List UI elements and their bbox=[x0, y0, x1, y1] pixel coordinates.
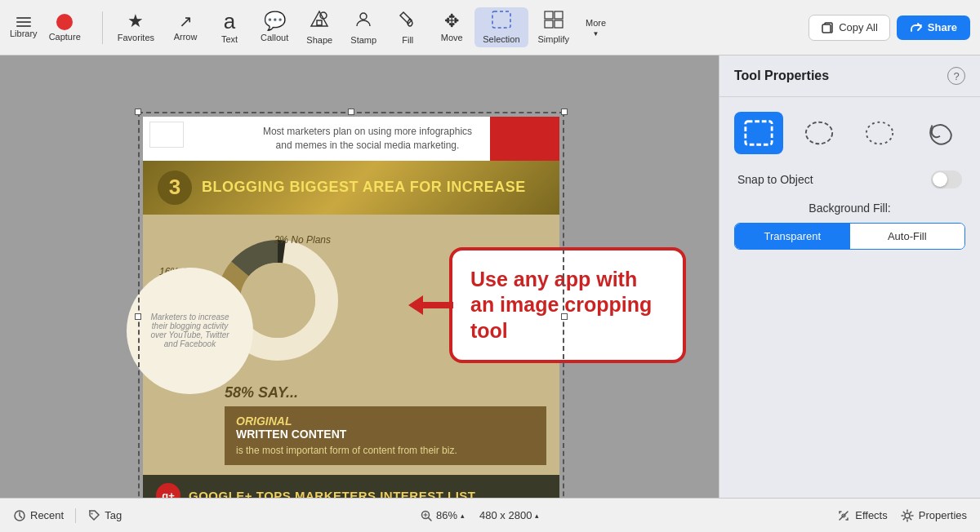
capture-button[interactable]: Capture bbox=[49, 14, 81, 42]
hamburger-menu-button[interactable]: Library bbox=[10, 17, 38, 38]
dashed-oval-selection-icon bbox=[864, 117, 895, 149]
copy-all-button[interactable]: Copy All bbox=[808, 15, 890, 41]
infographic-header: 3 BLOGGING BIGGEST AREA FOR INCREASE bbox=[143, 161, 559, 215]
background-fill-section: Background Fill: Transparent Auto-Fill bbox=[734, 202, 965, 250]
hamburger-icon bbox=[16, 17, 31, 27]
bottom-bar-text: GOOGLE+ TOPS MARKETERS INTEREST LIST bbox=[189, 489, 476, 498]
white-rect bbox=[149, 122, 184, 148]
original-desc: is the most important form of content fr… bbox=[236, 444, 535, 458]
svg-point-18 bbox=[91, 512, 93, 514]
tool-favorites-label: Favorites bbox=[118, 33, 154, 42]
stamp-icon bbox=[354, 10, 373, 33]
marketer-text: Marketers to increase their blogging act… bbox=[143, 313, 237, 348]
share-button[interactable]: Share bbox=[897, 16, 970, 40]
background-fill-options: Transparent Auto-Fill bbox=[734, 223, 965, 250]
svg-rect-3 bbox=[545, 11, 553, 19]
callout-box: Use any app with an image cropping tool bbox=[449, 247, 686, 363]
tool-stamp[interactable]: Stamp bbox=[342, 7, 385, 48]
red-rect bbox=[490, 117, 559, 161]
bottom-bar: g+ GOOGLE+ TOPS MARKETERS INTEREST LIST bbox=[143, 475, 559, 498]
effects-button[interactable]: Effects bbox=[837, 509, 888, 522]
fill-icon bbox=[398, 10, 417, 33]
dimensions-arrow-icon: ▴ bbox=[535, 512, 539, 520]
tool-text[interactable]: a Text bbox=[208, 7, 251, 47]
auto-fill-option[interactable]: Auto-Fill bbox=[850, 224, 965, 249]
more-label: More bbox=[586, 18, 606, 28]
move-icon: ✥ bbox=[444, 12, 459, 30]
more-button[interactable]: More ▼ bbox=[579, 15, 612, 41]
toolbar-right-actions: Copy All Share bbox=[808, 15, 970, 41]
svg-rect-6 bbox=[555, 20, 563, 28]
tool-stamp-label: Stamp bbox=[350, 35, 376, 45]
tool-callout[interactable]: 💬 Callout bbox=[252, 9, 296, 46]
favorites-icon: ★ bbox=[127, 12, 144, 30]
background-fill-label: Background Fill: bbox=[734, 202, 965, 215]
selection-handle-ml bbox=[135, 313, 141, 320]
toolbar-divider bbox=[102, 11, 103, 44]
svg-rect-4 bbox=[555, 11, 563, 19]
selection-handle-mr bbox=[561, 313, 568, 320]
status-bar: Recent Tag 86% ▴ 480 x 2800 ▴ bbox=[0, 498, 980, 532]
selection-handle-tl bbox=[135, 109, 141, 115]
gplus-icon: g+ bbox=[156, 483, 180, 498]
transparent-option[interactable]: Transparent bbox=[735, 224, 850, 249]
zoom-control[interactable]: 86% ▴ bbox=[420, 509, 465, 522]
share-label: Share bbox=[928, 21, 957, 33]
tool-favorites[interactable]: ★ Favorites bbox=[109, 9, 163, 46]
oval-selection-icon bbox=[804, 117, 835, 149]
snap-to-object-row: Snap to Object bbox=[734, 171, 965, 188]
oval-selection-tool[interactable] bbox=[795, 112, 844, 154]
dimensions-control[interactable]: 480 x 2800 ▴ bbox=[479, 509, 539, 521]
zoom-value: 86% bbox=[436, 509, 457, 521]
say-title: 58% SAY... bbox=[225, 384, 546, 401]
dimensions-value: 480 x 2800 bbox=[479, 509, 532, 521]
canvas-area[interactable]: Most marketers plan on using more infogr… bbox=[0, 55, 719, 498]
tool-shape[interactable]: Shape bbox=[298, 7, 341, 48]
arrow-icon: ↗ bbox=[179, 13, 193, 29]
selection-handle-tr bbox=[561, 109, 568, 115]
tag-button[interactable]: Tag bbox=[87, 509, 122, 522]
tool-arrow[interactable]: ↗ Arrow bbox=[164, 10, 207, 45]
recent-icon bbox=[13, 509, 26, 522]
original-title: ORIGINAL bbox=[236, 415, 535, 428]
infographic-top-strip: Most marketers plan on using more infogr… bbox=[143, 117, 559, 161]
status-divider1 bbox=[75, 508, 76, 523]
tool-simplify[interactable]: Simplify bbox=[530, 7, 578, 47]
header-title: BLOGGING BIGGEST AREA FOR INCREASE bbox=[202, 179, 526, 196]
tool-arrow-label: Arrow bbox=[174, 32, 198, 42]
zoom-arrow-icon: ▴ bbox=[461, 512, 465, 520]
panel-title: Tool Properties bbox=[734, 69, 829, 83]
help-label: ? bbox=[953, 70, 959, 82]
status-right: Effects Properties bbox=[837, 509, 967, 522]
original-box: ORIGINAL WRITTEN CONTENT is the most imp… bbox=[225, 406, 546, 466]
capture-icon bbox=[56, 14, 73, 30]
callout-arrow bbox=[408, 295, 453, 315]
tool-move[interactable]: ✥ Move bbox=[430, 9, 473, 46]
svg-rect-5 bbox=[545, 20, 553, 28]
properties-button[interactable]: Properties bbox=[901, 509, 967, 522]
toolbar-tools: ★ Favorites ↗ Arrow a Text 💬 Callout Sha… bbox=[109, 7, 802, 48]
arrow-icon bbox=[408, 295, 453, 315]
copy-all-label: Copy All bbox=[839, 21, 878, 33]
rect-selection-icon bbox=[743, 117, 774, 149]
rect-selection-tool[interactable] bbox=[734, 112, 783, 154]
more-chevron-icon: ▼ bbox=[593, 30, 599, 38]
svg-point-21 bbox=[905, 513, 910, 518]
callout-icon: 💬 bbox=[264, 12, 286, 30]
properties-icon bbox=[901, 509, 914, 522]
lasso-selection-icon bbox=[924, 117, 956, 149]
tool-selection[interactable]: Selection bbox=[474, 7, 528, 47]
main-area: Most marketers plan on using more infogr… bbox=[0, 55, 980, 498]
svg-rect-7 bbox=[822, 24, 831, 33]
snap-toggle[interactable] bbox=[931, 171, 962, 188]
tool-fill[interactable]: Fill bbox=[386, 7, 429, 48]
help-button[interactable]: ? bbox=[947, 67, 965, 85]
lasso-selection-tool[interactable] bbox=[915, 112, 964, 154]
recent-button[interactable]: Recent bbox=[13, 509, 64, 522]
tool-shape-label: Shape bbox=[306, 35, 332, 45]
right-panel: Tool Properties ? bbox=[719, 55, 980, 498]
text-icon: a bbox=[224, 11, 235, 32]
dashed-oval-selection-tool[interactable] bbox=[855, 112, 904, 154]
tool-text-label: Text bbox=[221, 34, 238, 44]
marketer-circle: Marketers to increase their blogging act… bbox=[127, 268, 253, 394]
